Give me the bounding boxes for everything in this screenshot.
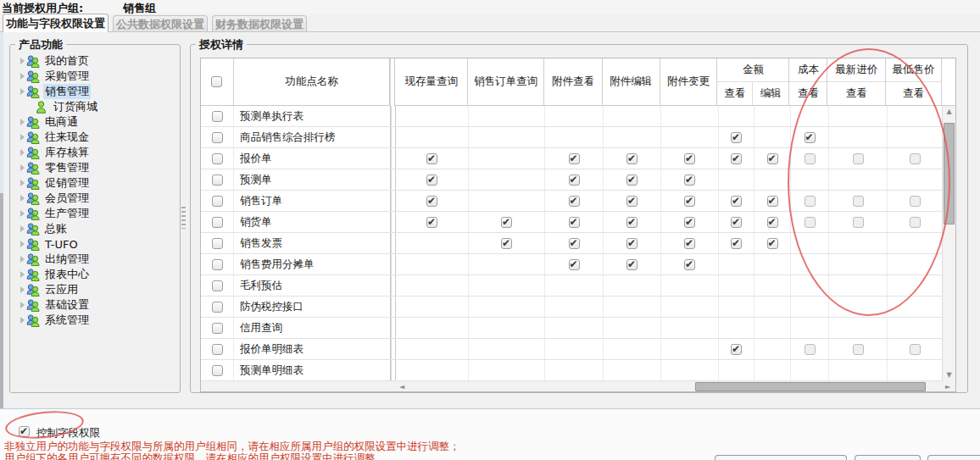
- tree-item[interactable]: 我的首页: [14, 53, 176, 69]
- permission-checkbox-checked[interactable]: [569, 238, 580, 249]
- permission-checkbox-unchecked[interactable]: [853, 344, 864, 355]
- horizontal-scrollbar-thumb[interactable]: [695, 382, 926, 391]
- expand-arrow-icon[interactable]: [18, 225, 26, 232]
- tab-1[interactable]: 功能与字段权限设置: [3, 14, 109, 32]
- row-select-checkbox[interactable]: [212, 111, 223, 122]
- permission-checkbox-unchecked[interactable]: [805, 153, 816, 164]
- permission-checkbox-checked[interactable]: [684, 196, 695, 207]
- tree-item[interactable]: 会员管理: [14, 191, 176, 206]
- expand-arrow-icon[interactable]: [18, 58, 26, 64]
- footer-button-1[interactable]: [715, 455, 847, 460]
- expand-arrow-icon[interactable]: [18, 271, 26, 278]
- permission-checkbox-checked[interactable]: [684, 217, 695, 228]
- tree-item[interactable]: 报表中心: [14, 267, 176, 282]
- permission-checkbox-checked[interactable]: [767, 153, 778, 164]
- tree-item[interactable]: 零售管理: [14, 160, 176, 175]
- permission-checkbox-unchecked[interactable]: [910, 344, 921, 355]
- expand-arrow-icon[interactable]: [18, 164, 26, 171]
- tree-item[interactable]: 系统管理: [14, 313, 176, 328]
- permission-checkbox-checked[interactable]: [626, 196, 638, 207]
- tree-item[interactable]: 电商通: [14, 114, 176, 130]
- footer-button-2[interactable]: [855, 455, 921, 460]
- tree-item[interactable]: 生产管理: [14, 206, 176, 221]
- permission-checkbox-checked[interactable]: [626, 259, 638, 270]
- permission-checkbox-checked[interactable]: [731, 238, 742, 249]
- permission-checkbox-checked[interactable]: [626, 217, 638, 228]
- permission-checkbox-unchecked[interactable]: [910, 196, 921, 207]
- row-select-checkbox[interactable]: [212, 217, 223, 228]
- expand-arrow-icon[interactable]: [18, 256, 26, 263]
- permission-checkbox-checked[interactable]: [426, 217, 437, 228]
- tree-item[interactable]: 销售管理: [14, 84, 176, 99]
- vertical-scrollbar-thumb[interactable]: [944, 123, 955, 224]
- select-all-checkbox[interactable]: [211, 76, 222, 87]
- permission-checkbox-unchecked[interactable]: [853, 196, 864, 207]
- tree-item[interactable]: 云应用: [14, 282, 176, 297]
- expand-arrow-icon[interactable]: [18, 73, 26, 80]
- expand-arrow-icon[interactable]: [18, 195, 26, 202]
- permission-checkbox-checked[interactable]: [767, 217, 778, 228]
- permission-checkbox-checked[interactable]: [426, 175, 437, 186]
- row-select-checkbox[interactable]: [212, 323, 223, 334]
- tree-item[interactable]: 总账: [14, 221, 176, 236]
- permission-checkbox-checked[interactable]: [626, 238, 638, 249]
- tree-item[interactable]: 订货商城: [14, 99, 176, 114]
- permission-checkbox-unchecked[interactable]: [910, 153, 921, 164]
- permission-checkbox-unchecked[interactable]: [853, 217, 864, 228]
- vertical-scrollbar[interactable]: ▲ ▼: [942, 106, 955, 381]
- expand-arrow-icon[interactable]: [18, 302, 26, 308]
- control-field-permission-checkbox[interactable]: [19, 426, 30, 437]
- permission-checkbox-checked[interactable]: [731, 344, 742, 355]
- permission-checkbox-unchecked[interactable]: [805, 217, 816, 228]
- permission-checkbox-unchecked[interactable]: [910, 217, 921, 228]
- expand-arrow-icon[interactable]: [18, 134, 26, 141]
- window-scrollbar-track[interactable]: [0, 32, 3, 193]
- tree-item[interactable]: 往来现金: [14, 130, 176, 145]
- permission-checkbox-checked[interactable]: [684, 175, 695, 186]
- scroll-right-icon[interactable]: ►: [942, 381, 954, 392]
- permission-checkbox-checked[interactable]: [426, 153, 437, 164]
- footer-button-3[interactable]: [927, 455, 980, 460]
- row-select-checkbox[interactable]: [212, 302, 223, 313]
- row-select-checkbox[interactable]: [212, 280, 223, 291]
- permission-checkbox-checked[interactable]: [684, 259, 695, 270]
- tree-item[interactable]: 采购管理: [14, 69, 176, 84]
- permission-checkbox-checked[interactable]: [684, 238, 695, 249]
- row-select-checkbox[interactable]: [212, 238, 223, 249]
- permission-checkbox-unchecked[interactable]: [805, 344, 816, 355]
- expand-arrow-icon[interactable]: [18, 149, 26, 156]
- scroll-up-icon[interactable]: ▲: [943, 106, 955, 118]
- row-select-checkbox[interactable]: [212, 132, 223, 143]
- permission-checkbox-checked[interactable]: [805, 132, 816, 143]
- expand-arrow-icon[interactable]: [18, 241, 26, 247]
- expand-arrow-icon[interactable]: [18, 88, 26, 95]
- scroll-down-icon[interactable]: ▼: [943, 369, 955, 381]
- permission-checkbox-checked[interactable]: [767, 196, 778, 207]
- permission-checkbox-checked[interactable]: [731, 196, 742, 207]
- permission-checkbox-checked[interactable]: [684, 153, 695, 164]
- permission-checkbox-checked[interactable]: [626, 153, 638, 164]
- row-select-checkbox[interactable]: [212, 175, 223, 186]
- tree-item[interactable]: T-UFO: [14, 236, 176, 252]
- tree-item[interactable]: 促销管理: [14, 175, 176, 191]
- permission-checkbox-checked[interactable]: [731, 153, 742, 164]
- window-scrollbar-thumb[interactable]: [0, 193, 3, 409]
- expand-arrow-icon[interactable]: [18, 286, 26, 293]
- tree-item[interactable]: 库存核算: [14, 145, 176, 160]
- permission-checkbox-checked[interactable]: [569, 153, 580, 164]
- row-select-checkbox[interactable]: [212, 365, 223, 376]
- row-select-checkbox[interactable]: [212, 153, 223, 164]
- scroll-left-icon[interactable]: ◄: [396, 381, 408, 392]
- tree-item[interactable]: 出纳管理: [14, 252, 176, 267]
- permission-checkbox-checked[interactable]: [569, 196, 580, 207]
- expand-arrow-icon[interactable]: [18, 180, 26, 186]
- expand-arrow-icon[interactable]: [18, 317, 26, 324]
- permission-checkbox-checked[interactable]: [569, 259, 580, 270]
- panel-splitter-grip[interactable]: [181, 207, 186, 229]
- tab-3[interactable]: 财务数据权限设置: [212, 15, 307, 31]
- row-select-checkbox[interactable]: [212, 344, 223, 355]
- permission-checkbox-checked[interactable]: [426, 196, 437, 207]
- permission-checkbox-checked[interactable]: [569, 217, 580, 228]
- horizontal-scrollbar[interactable]: ◄ ►: [201, 381, 955, 392]
- permission-checkbox-checked[interactable]: [767, 238, 778, 249]
